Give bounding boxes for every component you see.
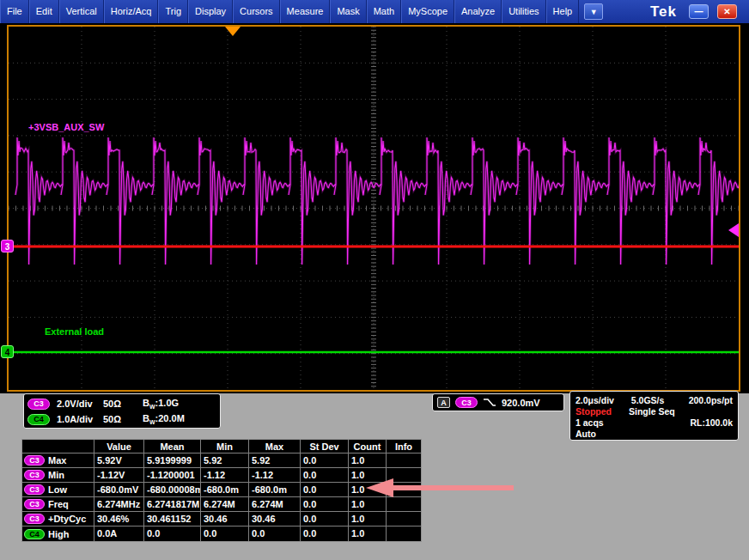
- annotation-arrow: [359, 476, 519, 500]
- menu-item-measure[interactable]: Measure: [280, 0, 331, 23]
- cell-max: 6.274M: [249, 497, 301, 512]
- minimize-button[interactable]: —: [689, 4, 709, 19]
- ch4-trace-label: External load: [45, 326, 104, 337]
- measurement-name: Freq: [48, 497, 69, 511]
- acquisition-status: Stopped: [575, 406, 629, 417]
- timebase: 2.0μs/div: [575, 395, 631, 405]
- cell-stdev: 0.0: [301, 468, 349, 483]
- header-blank: [22, 440, 94, 453]
- cell-count: 1.0: [349, 512, 387, 527]
- ch4-badge: C4: [27, 414, 50, 425]
- table-row: C3+DtyCyc30.46%30.46115230.4630.460.01.0: [22, 512, 421, 527]
- table-row: C4High0.0A0.00.00.00.01.0: [22, 527, 421, 541]
- ch4-position-marker[interactable]: 4: [1, 345, 14, 358]
- ch4-readout-row: C4 1.0A/div 50Ω BW:20.0M: [27, 411, 216, 427]
- menu-item-cursors[interactable]: Cursors: [233, 0, 280, 23]
- cell-count: 1.0: [349, 453, 387, 468]
- cell-stdev: 0.0: [301, 527, 349, 541]
- header-min: Min: [201, 440, 249, 453]
- channel-badge: C3: [24, 455, 45, 466]
- header-mean: Mean: [144, 440, 201, 453]
- menu-item-utilities[interactable]: Utilities: [502, 0, 545, 23]
- vertical-readout-box[interactable]: C3 2.0V/div 50Ω BW:1.0G C4 1.0A/div 50Ω …: [23, 393, 221, 429]
- channel-badge: C4: [24, 529, 45, 539]
- header-max: Max: [249, 440, 301, 453]
- cell-value: 6.274MHz: [94, 497, 144, 512]
- table-header-row: ValueMeanMinMaxSt DevCountInfo: [22, 440, 421, 453]
- cell-value: 5.92V: [94, 453, 144, 468]
- menu-item-display[interactable]: Display: [188, 0, 233, 23]
- ch4-scale: 1.0A/div: [50, 414, 103, 424]
- ch4-bandwidth: BW:20.0M: [143, 413, 185, 425]
- cell-min: 0.0: [201, 527, 249, 541]
- cell-mean: 30.461152: [144, 512, 201, 527]
- header-value: Value: [94, 440, 144, 453]
- cell-mean: 0.0: [144, 527, 201, 541]
- scope-graticule: [9, 27, 739, 390]
- cell-count: 1.0: [349, 527, 387, 541]
- measurement-name: High: [48, 527, 69, 541]
- close-button[interactable]: ✕: [717, 4, 737, 19]
- menu-bar: FileEditVerticalHoriz/AcqTrigDisplayCurs…: [0, 0, 749, 23]
- cell-stdev: 0.0: [301, 512, 349, 527]
- record-length: RL:100.0k: [690, 417, 733, 428]
- cell-value: -1.12V: [94, 468, 144, 483]
- cell-min: -1.12: [201, 468, 249, 483]
- cell-max: 30.46: [249, 512, 301, 527]
- cell-min: 30.46: [201, 512, 249, 527]
- menu-item-myscope[interactable]: MyScope: [401, 0, 454, 23]
- ch3-readout-row: C3 2.0V/div 50Ω BW:1.0G: [27, 396, 216, 411]
- measurement-name: Low: [48, 483, 67, 496]
- trigger-level: 920.0mV: [502, 398, 540, 408]
- menu-item-math[interactable]: Math: [367, 0, 401, 23]
- channel-badge: C3: [24, 514, 45, 524]
- cell-mean: -1.1200001: [144, 468, 201, 483]
- cell-info: [387, 512, 421, 527]
- header-count: Count: [349, 440, 387, 453]
- cell-max: 0.0: [249, 527, 301, 541]
- menu-item-mask[interactable]: Mask: [330, 0, 366, 23]
- cell-max: -1.12: [249, 468, 301, 483]
- trigger-a-badge: A: [437, 397, 450, 408]
- measurement-name-cell: C3Low: [22, 483, 94, 497]
- cell-max: 5.92: [249, 453, 301, 468]
- menu-item-trig[interactable]: Trig: [158, 0, 188, 23]
- cell-mean: 5.9199999: [144, 453, 201, 468]
- falling-edge-icon: [483, 397, 496, 408]
- menu-dropdown-button[interactable]: ▼: [584, 3, 603, 20]
- tekscope-window: FileEditVerticalHoriz/AcqTrigDisplayCurs…: [0, 0, 749, 560]
- sample-rate: 5.0GS/s: [631, 395, 689, 405]
- cell-stdev: 0.0: [301, 453, 349, 468]
- minimize-icon: —: [695, 7, 703, 16]
- header-st-dev: St Dev: [301, 440, 349, 453]
- chevron-down-icon: ▼: [590, 8, 598, 16]
- waveform-display[interactable]: [7, 25, 740, 392]
- measurement-name: Max: [48, 453, 66, 467]
- acquisition-mode: Single Seq: [629, 406, 675, 417]
- ch3-termination: 50Ω: [103, 399, 143, 409]
- measurement-name-cell: C3Max: [22, 453, 94, 468]
- measurement-name-cell: C3Min: [22, 468, 94, 483]
- measurement-name: Min: [48, 468, 64, 482]
- trigger-mode: Auto: [575, 429, 596, 439]
- cell-mean: -680.00008m: [144, 483, 201, 497]
- menu-item-file[interactable]: File: [0, 0, 29, 23]
- menu-item-analyze[interactable]: Analyze: [454, 0, 502, 23]
- acquisition-count: 1 acqs: [575, 417, 629, 428]
- table-row: C3Max5.92V5.91999995.925.920.01.0: [22, 453, 421, 468]
- horizontal-readout-box[interactable]: 2.0μs/div 5.0GS/s 200.0ps/pt Stopped Sin…: [569, 391, 739, 441]
- ch3-position-marker[interactable]: 3: [1, 240, 14, 253]
- cell-min: 6.274M: [201, 497, 249, 512]
- cell-value: 0.0A: [94, 527, 144, 541]
- ch4-termination: 50Ω: [103, 414, 143, 424]
- cell-info: [387, 453, 421, 468]
- menu-item-horiz-acq[interactable]: Horiz/Acq: [104, 0, 159, 23]
- trigger-readout-box[interactable]: A C3 920.0mV: [432, 393, 564, 411]
- menu-item-vertical[interactable]: Vertical: [59, 0, 104, 23]
- menu-item-group: FileEditVerticalHoriz/AcqTrigDisplayCurs…: [0, 0, 579, 23]
- menu-item-edit[interactable]: Edit: [29, 0, 59, 23]
- trigger-source-badge: C3: [455, 397, 478, 408]
- menu-item-help[interactable]: Help: [546, 0, 580, 23]
- cell-min: 5.92: [201, 453, 249, 468]
- measurement-name-cell: C3Freq: [22, 497, 94, 512]
